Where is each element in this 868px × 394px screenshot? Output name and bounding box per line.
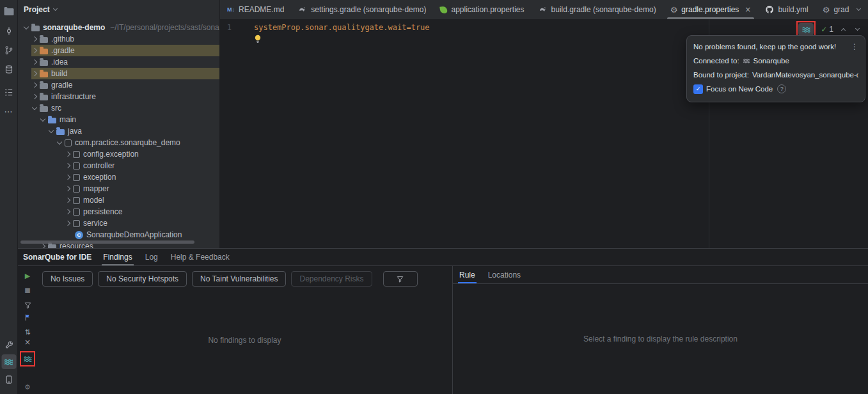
- next-problem-button[interactable]: [853, 24, 862, 35]
- filter-button[interactable]: [21, 299, 34, 311]
- chevron-right-icon[interactable]: [32, 36, 37, 42]
- terminal-tool-button[interactable]: [1, 372, 16, 387]
- rule-tab-Locations[interactable]: Locations: [482, 266, 527, 283]
- editor-tab-build.yml[interactable]: build.yml: [758, 0, 815, 19]
- package-icon: [73, 151, 80, 158]
- tree-item-infrastructure[interactable]: infrastructure: [18, 91, 219, 102]
- chevron-right-icon[interactable]: [32, 71, 37, 76]
- editor-tab-gradle-wrapper.pro[interactable]: ⚙gradle-wrapper.pro: [816, 0, 849, 19]
- tree-item-.github[interactable]: .github: [18, 33, 219, 45]
- tool-window-tab-Help & Feedback[interactable]: Help & Feedback: [164, 249, 236, 265]
- chevron-right-icon[interactable]: [65, 152, 70, 157]
- tree-item-label: infrastructure: [51, 92, 96, 101]
- gear-file-icon: ⚙: [670, 6, 678, 14]
- clear-button[interactable]: ×: [21, 336, 34, 348]
- flag-icon: [24, 313, 32, 322]
- tree-item-label: src: [51, 104, 61, 113]
- tab-overflow-button[interactable]: [849, 0, 868, 19]
- tree-item-gradle[interactable]: gradle: [18, 79, 219, 91]
- chevron-down-icon[interactable]: [49, 127, 54, 132]
- wrench-icon: [4, 340, 13, 350]
- tree-item-src[interactable]: src: [18, 102, 219, 114]
- chevron-down-icon[interactable]: [40, 116, 45, 121]
- commit-tool-button[interactable]: [1, 24, 16, 38]
- chevron-right-icon[interactable]: [32, 59, 37, 65]
- settings-button[interactable]: ⚙: [21, 381, 34, 393]
- editor-tab-application.properties[interactable]: application.properties: [433, 0, 531, 19]
- chevron-down-icon[interactable]: [32, 104, 37, 109]
- check-icon: ✓: [821, 25, 827, 34]
- chevron-down-icon[interactable]: [57, 139, 62, 144]
- horizontal-scrollbar[interactable]: [20, 240, 194, 244]
- tree-item-path: ~/IT/personal/projects/sast/sonarqube-de…: [110, 23, 219, 32]
- sonarqube-tool-button[interactable]: [1, 354, 16, 369]
- findings-filter-button[interactable]: [383, 271, 418, 287]
- tree-item-model[interactable]: model: [18, 194, 219, 206]
- tree-item-persistence[interactable]: persistence: [18, 206, 219, 217]
- analyze-play-button[interactable]: ▶: [21, 270, 34, 281]
- close-tab-icon[interactable]: ×: [745, 5, 751, 14]
- tree-item-label: build: [51, 69, 67, 78]
- chevron-right-icon[interactable]: [65, 186, 70, 191]
- filter-icon: [396, 275, 404, 283]
- tree-item-sonarqube-demo[interactable]: sonarqube-demo~/IT/personal/projects/sas…: [18, 22, 219, 33]
- tree-item-.gradle[interactable]: .gradle: [18, 45, 219, 56]
- stop-button[interactable]: ■: [21, 284, 34, 296]
- project-panel-header[interactable]: Project: [18, 0, 219, 19]
- build-tool-button[interactable]: [1, 338, 16, 352]
- property-value: true: [411, 23, 430, 32]
- chevron-right-icon[interactable]: [65, 163, 70, 168]
- chevron-right-icon[interactable]: [32, 94, 37, 99]
- sonarqube-status-button[interactable]: [798, 23, 814, 36]
- help-question-icon[interactable]: ?: [777, 84, 786, 93]
- editor-tab-gradle.properties[interactable]: ⚙gradle.properties×: [663, 0, 759, 19]
- editor-tab-settings.gradle (sonarqube-demo)[interactable]: settings.gradle (sonarqube-demo): [291, 0, 433, 19]
- chevron-right-icon[interactable]: [65, 175, 70, 180]
- rule-tab-Rule[interactable]: Rule: [453, 266, 482, 283]
- filter-button-No Taint Vulnerabilities[interactable]: No Taint Vulnerabilities: [192, 271, 286, 287]
- chevron-down-icon[interactable]: [24, 24, 29, 29]
- more-tool-windows-button[interactable]: ⋯: [1, 104, 16, 119]
- prev-problem-button[interactable]: [839, 24, 848, 35]
- kebab-menu-icon[interactable]: ⋮: [851, 42, 858, 51]
- project-tool-button[interactable]: [1, 4, 16, 19]
- tool-window-tab-Findings[interactable]: Findings: [97, 249, 138, 265]
- tree-item-exception[interactable]: exception: [18, 171, 219, 183]
- tree-item-com.practice.sonarqube_demo[interactable]: com.practice.sonarqube_demo: [18, 137, 219, 148]
- tree-item-main[interactable]: main: [18, 114, 219, 125]
- chevron-up-icon: [840, 28, 845, 33]
- chevron-right-icon[interactable]: [32, 83, 37, 88]
- chevron-right-icon[interactable]: [32, 48, 37, 53]
- tree-item-.idea[interactable]: .idea: [18, 56, 219, 68]
- tool-window-toolbar: ▶ ■ ⇅ × ⚙: [18, 266, 37, 394]
- tool-window-tab-Log[interactable]: Log: [139, 249, 164, 265]
- tree-item-mapper[interactable]: mapper: [18, 183, 219, 194]
- filter-button-No Issues[interactable]: No Issues: [42, 271, 93, 287]
- chevron-right-icon[interactable]: [65, 209, 70, 214]
- tree-item-service[interactable]: service: [18, 217, 219, 229]
- tree-item-build[interactable]: build: [18, 68, 219, 79]
- tree-item-SonarqubeDemoApplication[interactable]: CSonarqubeDemoApplication: [18, 229, 219, 240]
- git-tool-button[interactable]: [1, 43, 16, 58]
- sonarqube-tool-window: SonarQube for IDE FindingsLogHelp & Feed…: [18, 248, 868, 394]
- chevron-right-icon[interactable]: [40, 244, 45, 248]
- editor-tab-README.md[interactable]: M↓README.md: [220, 0, 291, 19]
- focus-new-code-checkbox[interactable]: ✓: [693, 84, 703, 94]
- services-tool-button[interactable]: [1, 62, 16, 77]
- chevron-right-icon[interactable]: [65, 221, 70, 226]
- folder-icon: [40, 37, 48, 43]
- sonarqube-icon-button[interactable]: [23, 354, 33, 364]
- code-text: systemProp.sonar.qualitygate.wait=true: [237, 22, 430, 33]
- editor-tab-build.gradle (sonarqube-demo)[interactable]: build.gradle (sonarqube-demo): [532, 0, 663, 19]
- intention-bulb-icon[interactable]: [253, 34, 262, 44]
- structure-tool-button[interactable]: [1, 85, 16, 100]
- source-folder-icon: [48, 118, 56, 123]
- tree-item-config.exception[interactable]: config.exception: [18, 148, 219, 160]
- tree-item-java[interactable]: java: [18, 125, 219, 137]
- report-button[interactable]: [21, 311, 34, 323]
- tree-item-controller[interactable]: controller: [18, 160, 219, 171]
- filter-button-No Security Hotspots[interactable]: No Security Hotspots: [98, 271, 187, 287]
- tree-item-label: exception: [83, 173, 116, 182]
- chevron-right-icon[interactable]: [65, 198, 70, 203]
- inspections-widget[interactable]: ✓ 1: [821, 25, 833, 34]
